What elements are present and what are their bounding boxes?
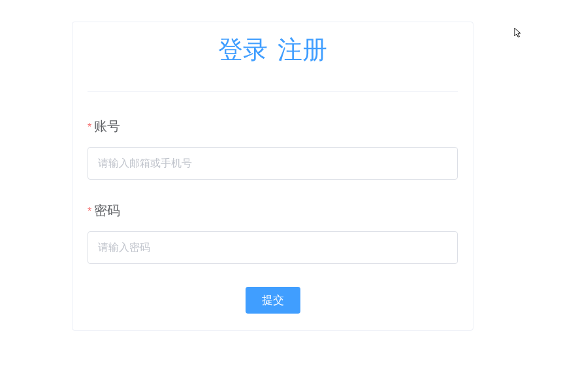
login-card: 登录 注册 *账号 *密码 提交 [72, 22, 473, 331]
password-form-item: *密码 [88, 203, 458, 264]
submit-button[interactable]: 提交 [246, 287, 300, 314]
password-label-text: 密码 [94, 203, 120, 218]
register-link[interactable]: 注册 [278, 36, 327, 63]
card-header: 登录 注册 [88, 35, 458, 92]
login-link[interactable]: 登录 [218, 36, 268, 63]
password-label: *密码 [88, 203, 458, 218]
submit-row: 提交 [88, 287, 458, 314]
password-input[interactable] [88, 231, 458, 264]
required-star-icon: * [88, 206, 91, 217]
required-star-icon: * [88, 122, 91, 133]
account-input[interactable] [88, 147, 458, 180]
account-label: *账号 [88, 118, 458, 134]
account-form-item: *账号 [88, 118, 458, 180]
account-label-text: 账号 [94, 119, 120, 133]
cursor-icon [514, 27, 524, 39]
